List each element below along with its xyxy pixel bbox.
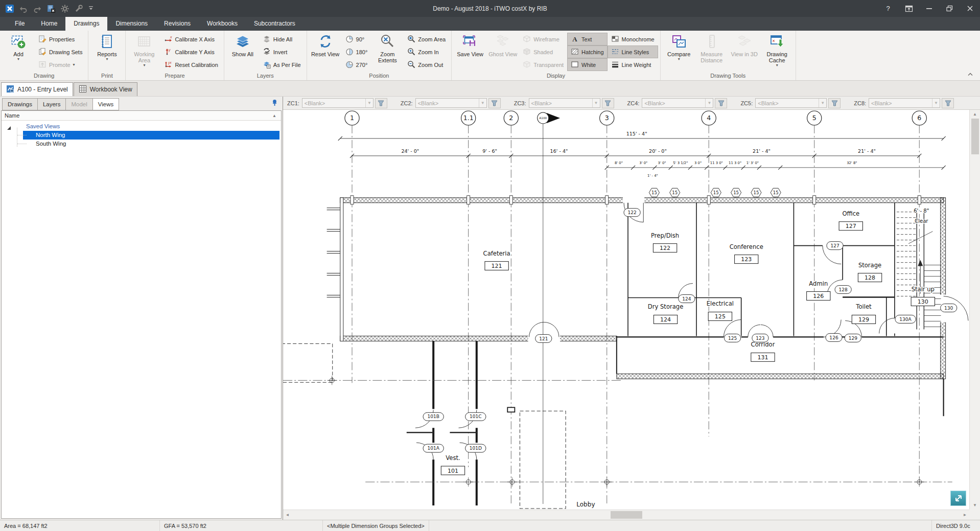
ribbon-button-270[interactable]: 270° <box>342 58 371 71</box>
ribbon-tab-file[interactable]: File <box>7 17 33 31</box>
ribbon-button-reports[interactable]: Reports▾ <box>90 32 123 72</box>
svg-text:Admin: Admin <box>809 280 828 287</box>
ribbon-button-text[interactable]: AText <box>567 33 607 45</box>
qat-redo[interactable] <box>32 4 42 14</box>
tree-item-south-wing[interactable]: South Wing <box>2 140 281 148</box>
ribbon-button-line-weight[interactable]: Line Weight <box>608 58 658 71</box>
scroll-down-icon[interactable]: ▼ <box>970 501 980 510</box>
tree-item-north-wing[interactable]: North Wing <box>2 131 281 140</box>
minimize-icon <box>925 4 934 13</box>
button-label: Hatching <box>581 49 603 55</box>
zone-filter-button[interactable] <box>828 98 841 108</box>
ribbon-button-zoom-area[interactable]: Zoom Area <box>404 33 449 45</box>
svg-text:129: 129 <box>858 316 869 323</box>
minimize-button[interactable] <box>919 0 939 17</box>
ribbon-button-ghost-view[interactable]: Ghost View <box>486 32 519 72</box>
svg-text:128: 128 <box>839 287 848 292</box>
ribbon-button-zoom-out[interactable]: Zoom Out <box>404 58 449 71</box>
zone-select-zc2[interactable]: <Blank>▼ <box>415 98 487 108</box>
panel-tab-layers[interactable]: Layers <box>38 98 66 110</box>
zone-select-zc1[interactable]: <Blank>▼ <box>302 98 374 108</box>
filter-icon <box>604 99 612 107</box>
zone-filter-button[interactable] <box>942 98 954 108</box>
ribbon-button-monochrome[interactable]: Monochrome <box>608 33 658 45</box>
horizontal-scrollbar[interactable]: ◄ ► <box>283 510 969 520</box>
ribbon-button-shaded[interactable]: Shaded <box>519 45 567 58</box>
ribbon-group-label: Drawing <box>2 72 86 80</box>
ribbon-button-properties[interactable]: Properties <box>35 33 86 45</box>
button-label: Zoom Extents <box>371 51 403 63</box>
ribbon-button-compare[interactable]: Compare▾ <box>663 32 695 72</box>
zone-filter-button[interactable] <box>715 98 727 108</box>
collapse-ribbon-button[interactable] <box>965 70 976 78</box>
zone-select-zc4[interactable]: <Blank>▼ <box>642 98 713 108</box>
close-button[interactable] <box>960 0 980 17</box>
tree-item-saved-views[interactable]: Saved Views <box>2 122 281 131</box>
ribbon-button-reset-calibration[interactable]: yxReset Calibration <box>160 58 221 71</box>
document-tab-workbook-view[interactable]: Workbook View <box>74 82 137 96</box>
qat-settings[interactable] <box>60 4 70 14</box>
ribbon-button-save-view[interactable]: Save View <box>454 32 486 72</box>
qat-tools[interactable] <box>74 4 84 14</box>
ribbon-button-reset-view[interactable]: Reset View <box>309 32 342 72</box>
ribbon-button-calibrate-x-axis[interactable]: xCalibrate X Axis <box>160 33 221 45</box>
panel-tab-views[interactable]: Views <box>93 98 119 110</box>
svg-text:125: 125 <box>715 313 726 320</box>
ribbon-button-zoom-in[interactable]: Zoom In <box>404 45 449 58</box>
ribbon-tab-workbooks[interactable]: Workbooks <box>199 17 246 31</box>
ribbon-tab-home[interactable]: Home <box>33 17 65 31</box>
qat-takeoff[interactable] <box>46 4 56 14</box>
qat-qat-more[interactable] <box>87 4 98 14</box>
ribbon-button-line-styles[interactable]: Line Styles <box>608 45 658 58</box>
ribbon-tab-subcontractors[interactable]: Subcontractors <box>246 17 304 31</box>
ribbon-button-zoom-extents[interactable]: Zoom Extents <box>371 32 404 72</box>
svg-text:Conference: Conference <box>730 243 763 250</box>
pin-icon[interactable] <box>272 99 278 108</box>
scroll-right-icon[interactable]: ► <box>961 510 969 520</box>
zone-select-zc8[interactable]: <Blank>▼ <box>869 98 940 108</box>
qat-undo[interactable] <box>18 4 29 14</box>
ribbon-button-transparent[interactable]: Transparent <box>519 58 567 71</box>
ribbon-tab-dimensions[interactable]: Dimensions <box>107 17 156 31</box>
ribbon-button-working-area[interactable]: Working Area▾ <box>128 32 160 72</box>
ribbon-button-drawing-cache[interactable]: Drawing Cache▾ <box>761 32 794 72</box>
floor-plan-canvas[interactable]: 11.123456A100151515151515Cafeteria121Pre… <box>283 110 969 510</box>
zone-filter-button[interactable] <box>488 98 501 108</box>
filter-icon <box>831 99 838 107</box>
scroll-left-icon[interactable]: ◄ <box>283 510 292 520</box>
document-tab-a100-entry-level[interactable]: A100 - Entry Level <box>1 82 73 96</box>
ribbon-group-label: Layers <box>226 72 305 80</box>
zone-select-zc3[interactable]: <Blank>▼ <box>529 98 600 108</box>
ribbon-button-hide-all[interactable]: Hide All <box>259 33 305 45</box>
zone-select-zc5[interactable]: <Blank>▼ <box>755 98 827 108</box>
vertical-scrollbar[interactable]: ▲ ▼ <box>969 110 980 510</box>
ribbon-button-white[interactable]: White <box>567 58 607 71</box>
horizontal-scroll-thumb[interactable] <box>611 511 642 519</box>
ribbon-tab-drawings[interactable]: Drawings <box>65 17 107 31</box>
ribbon-button-as-per-file[interactable]: As Per File <box>259 58 305 71</box>
ribbon-button-drawing-sets[interactable]: Drawing Sets <box>35 45 86 58</box>
ribbon-button-measure-distance[interactable]: Measure Distance <box>695 32 728 72</box>
panel-tab-drawings[interactable]: Drawings <box>2 98 38 110</box>
ribbon-button-view-in-3d[interactable]: View in 3D <box>728 32 761 72</box>
ribbon-button-show-all[interactable]: Show All <box>226 32 259 72</box>
ribbon-button-promote[interactable]: Promote▾ <box>35 58 86 71</box>
ribbon-tab-revisions[interactable]: Revisions <box>156 17 199 31</box>
tree-column-header[interactable]: Name ▲ <box>2 111 281 121</box>
restore-button[interactable] <box>939 0 960 17</box>
ribbon-button-add[interactable]: Add▾ <box>2 32 35 72</box>
ribbon-button-invert[interactable]: Invert <box>259 45 305 58</box>
zone-filter-button[interactable] <box>602 98 614 108</box>
help-button[interactable]: ? <box>878 0 898 17</box>
ribbon-button-wireframe[interactable]: Wireframe <box>519 33 567 45</box>
vertical-scroll-thumb[interactable] <box>971 119 979 154</box>
ribbon-button-calibrate-y-axis[interactable]: yCalibrate Y Axis <box>160 45 221 58</box>
ribbon-button-90[interactable]: 90° <box>342 33 371 45</box>
zone-filter-button[interactable] <box>375 98 387 108</box>
ribbon-button-hatching[interactable]: Hatching <box>567 45 607 58</box>
button-label: Monochrome <box>622 36 655 42</box>
scroll-up-icon[interactable]: ▲ <box>970 110 980 119</box>
pin-ribbon-button[interactable] <box>898 0 919 17</box>
ribbon-button-180[interactable]: 180° <box>342 45 371 58</box>
zoom-corner-button[interactable] <box>950 491 966 506</box>
